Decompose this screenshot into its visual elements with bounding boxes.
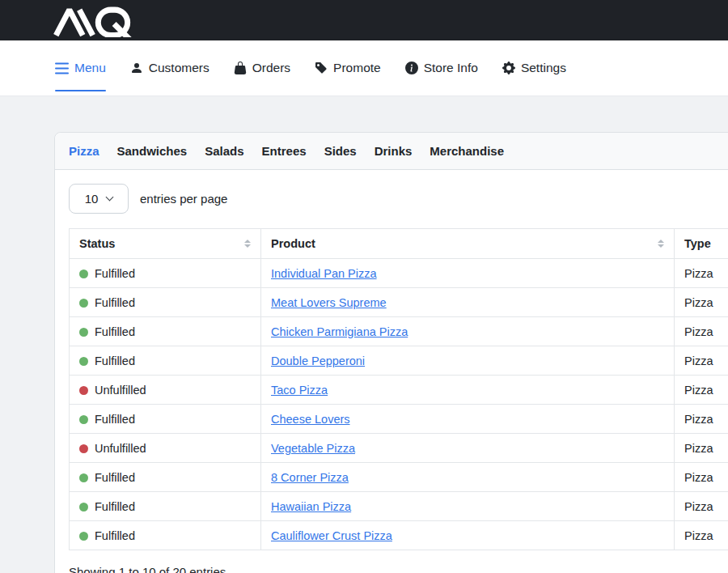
status-text: Unfulfilled [95,442,146,455]
product-cell: 8 Corner Pizza [261,463,675,492]
status-dot-icon [79,532,88,541]
column-label: Product [271,237,315,250]
product-link[interactable]: Chicken Parmigiana Pizza [271,325,408,338]
nav-item-orders[interactable]: Orders [234,40,290,96]
status-cell: Fulfilled [70,259,261,288]
products-table: Status Product Type [69,228,728,550]
tab-sandwiches[interactable]: Sandwiches [117,144,188,158]
nav-item-label: Settings [521,61,566,75]
table-row: UnfulfilledTaco PizzaPizza [70,376,728,405]
tab-pizza[interactable]: Pizza [69,144,99,158]
status-dot-icon [79,503,88,511]
nav-item-settings[interactable]: Settings [502,40,566,96]
type-cell: Pizza [675,434,728,463]
status-text: Unfulfilled [95,384,146,397]
top-app-bar [0,0,728,40]
type-cell: Pizza [675,463,728,492]
nav-item-label: Store Info [424,61,478,75]
status-dot-icon [79,328,88,337]
type-cell: Pizza [675,346,728,376]
column-header-product[interactable]: Product [261,229,675,259]
status-text: Fulfilled [95,267,135,280]
table-row: FulfilledCauliflower Crust PizzaPizza [70,521,728,550]
status-cell: Unfulfilled [70,376,261,405]
table-row: FulfilledIndividual Pan PizzaPizza [70,259,728,288]
product-link[interactable]: 8 Corner Pizza [271,471,349,484]
nav-item-store-info[interactable]: Store Info [405,40,478,96]
type-cell: Pizza [675,259,728,288]
status-text: Fulfilled [95,529,135,542]
type-cell: Pizza [675,405,728,434]
status-text: Fulfilled [95,296,135,309]
status-cell: Fulfilled [70,405,261,434]
type-cell: Pizza [675,288,728,317]
tab-salads[interactable]: Salads [205,144,243,158]
status-cell: Fulfilled [70,317,261,346]
tag-icon [315,62,328,74]
entries-per-page-label: entries per page [140,192,227,206]
status-cell: Fulfilled [70,521,261,550]
bag-icon [234,62,247,74]
sort-icon [658,240,664,248]
info-icon [405,62,418,74]
status-cell: Fulfilled [70,492,261,521]
menu-card: Pizza Sandwiches Salads Entrees Sides Dr… [54,132,728,573]
table-row: FulfilledDouble PepperoniPizza [70,346,728,376]
table-row: Fulfilled8 Corner PizzaPizza [70,463,728,492]
tab-sides[interactable]: Sides [324,144,357,158]
product-cell: Meat Lovers Supreme [261,288,675,317]
table-row: FulfilledCheese LoversPizza [70,405,728,434]
entries-per-page-row: 10 entries per page [69,184,728,214]
status-text: Fulfilled [95,413,135,426]
status-dot-icon [79,299,88,308]
product-cell: Double Pepperoni [261,346,675,376]
content-area: Pizza Sandwiches Salads Entrees Sides Dr… [0,96,728,573]
column-header-status[interactable]: Status [70,229,261,259]
product-cell: Vegetable Pizza [261,434,675,463]
product-link[interactable]: Double Pepperoni [271,354,365,367]
product-link[interactable]: Cheese Lovers [271,413,350,426]
status-cell: Unfulfilled [70,434,261,463]
type-cell: Pizza [675,317,728,346]
sort-icon [244,240,251,248]
column-label: Type [684,237,711,250]
nav-item-promote[interactable]: Promote [315,40,381,96]
product-link[interactable]: Hawaiian Pizza [271,500,351,513]
aiq-logo [50,6,141,37]
entries-per-page-select[interactable]: 10 [69,184,129,214]
status-text: Fulfilled [95,354,135,367]
nav-item-label: Customers [149,61,210,75]
type-cell: Pizza [675,376,728,405]
product-cell: Individual Pan Pizza [261,259,675,288]
product-link[interactable]: Taco Pizza [271,384,328,397]
status-cell: Fulfilled [70,346,261,376]
product-link[interactable]: Vegetable Pizza [271,442,355,455]
table-row: FulfilledChicken Parmigiana PizzaPizza [70,317,728,346]
column-label: Status [79,237,115,250]
status-text: Fulfilled [95,500,135,513]
product-cell: Hawaiian Pizza [261,492,675,521]
column-header-type: Type [675,229,728,259]
status-cell: Fulfilled [70,463,261,492]
tab-drinks[interactable]: Drinks [375,144,413,158]
status-dot-icon [79,415,88,424]
nav-item-label: Orders [252,61,290,75]
product-cell: Chicken Parmigiana Pizza [261,317,675,346]
chevron-down-icon [106,193,114,202]
product-link[interactable]: Individual Pan Pizza [271,267,377,280]
status-dot-icon [79,386,88,395]
product-link[interactable]: Cauliflower Crust Pizza [271,529,392,542]
primary-nav: Menu Customers Orders Promote Store Info… [0,40,728,96]
nav-item-customers[interactable]: Customers [130,40,210,96]
tab-entrees[interactable]: Entrees [262,144,307,158]
table-header-row: Status Product Type [70,229,728,259]
product-cell: Cheese Lovers [261,405,675,434]
type-cell: Pizza [675,492,728,521]
card-body: 10 entries per page Status [55,170,728,573]
type-cell: Pizza [675,521,728,550]
product-link[interactable]: Meat Lovers Supreme [271,296,387,309]
tab-merchandise[interactable]: Merchandise [430,144,504,158]
status-dot-icon [79,444,88,453]
category-tabs: Pizza Sandwiches Salads Entrees Sides Dr… [55,133,728,170]
nav-item-menu[interactable]: Menu [55,40,106,96]
